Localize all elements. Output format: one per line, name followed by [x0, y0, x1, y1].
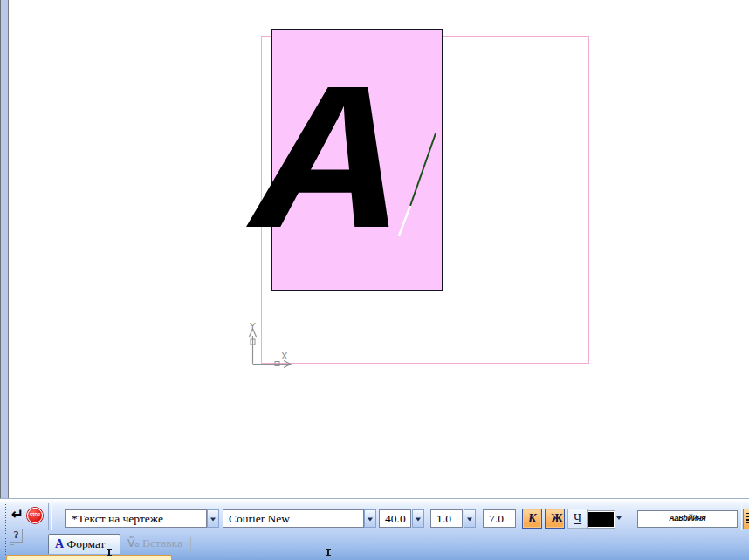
- tab-insert[interactable]: Ṽₒ Вставка: [121, 534, 189, 554]
- tab-separator: [190, 537, 191, 551]
- text-style-input[interactable]: *Текст на чертеже: [65, 509, 207, 528]
- font-height-input[interactable]: 40.0: [379, 509, 411, 528]
- stop-command-icon[interactable]: STOP: [27, 508, 43, 523]
- font-name-dropdown-button[interactable]: [364, 509, 376, 528]
- font-name-input[interactable]: Courier New: [223, 509, 364, 528]
- chevron-down-icon: [368, 517, 373, 521]
- tab-format-label: Формат: [67, 537, 106, 550]
- italic-toggle-button[interactable]: К: [522, 509, 542, 529]
- tooltip-partial: [6, 555, 172, 560]
- chevron-down-icon: [416, 517, 421, 521]
- drawing-text-letter[interactable]: А: [258, 65, 401, 277]
- help-icon[interactable]: ?: [10, 529, 23, 543]
- narrowing-dropdown-button[interactable]: [464, 509, 476, 528]
- alignment-button[interactable]: [743, 509, 749, 529]
- drawing-canvas[interactable]: Y X А: [9, 0, 749, 499]
- create-object-icon[interactable]: ↵: [10, 507, 25, 522]
- narrowing-input[interactable]: 1.0: [430, 509, 463, 528]
- chevron-down-icon: [210, 517, 216, 521]
- toolbar-separator: [48, 503, 52, 530]
- bold-toggle-button[interactable]: Ж: [545, 509, 565, 529]
- toolbar-grip-handle[interactable]: [2, 503, 7, 557]
- line-step-input[interactable]: 7.0: [483, 509, 516, 528]
- text-style-dropdown-button[interactable]: [207, 509, 219, 528]
- underline-toggle-button[interactable]: Ч: [567, 509, 588, 529]
- property-bar: ↵ STOP ? *Текст на чертеже Courier New 4…: [0, 499, 749, 560]
- mouse-ibeam-cursor: [327, 549, 329, 556]
- format-a-icon: А: [55, 537, 64, 550]
- tab-insert-label: Вставка: [142, 536, 182, 550]
- left-dock-strip: [0, 0, 9, 499]
- text-color-dropdown-icon[interactable]: [616, 516, 622, 520]
- toolbar-separator: [739, 503, 742, 530]
- chevron-down-icon: [467, 517, 472, 521]
- font-preview-box: AaBbЙйЯя: [637, 510, 738, 528]
- insert-symbol-icon: Ṽₒ: [127, 536, 140, 550]
- text-color-swatch[interactable]: [588, 511, 615, 528]
- text-ibeam-cursor: [108, 549, 110, 556]
- y-axis-label: Y: [249, 321, 256, 332]
- x-axis-label: X: [281, 351, 288, 362]
- font-height-dropdown-button[interactable]: [412, 509, 424, 528]
